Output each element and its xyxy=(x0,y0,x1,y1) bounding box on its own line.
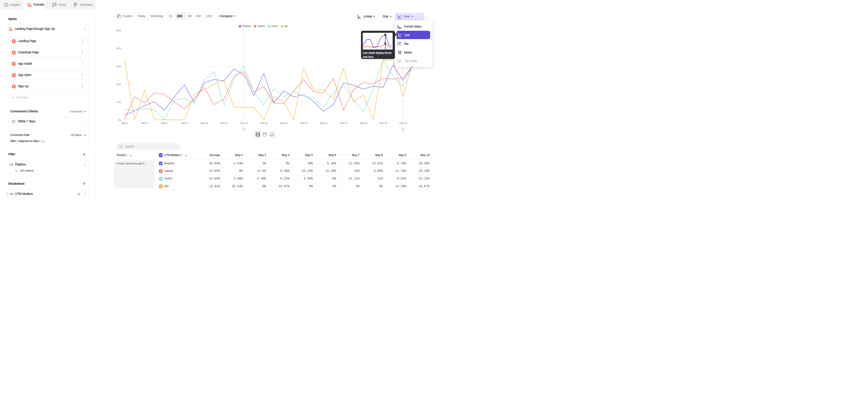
svg-text:50%: 50% xyxy=(116,29,121,32)
svg-text:May 22: May 22 xyxy=(320,122,327,124)
svg-text:May 12: May 12 xyxy=(220,122,228,124)
svg-text:30%: 30% xyxy=(116,65,121,68)
svg-text:20%: 20% xyxy=(116,83,121,86)
svg-text:May 2: May 2 xyxy=(122,122,128,124)
svg-text:May 4: May 4 xyxy=(142,122,148,124)
svg-text:10%: 10% xyxy=(116,101,121,103)
svg-text:May 24: May 24 xyxy=(340,122,347,124)
svg-text:0%: 0% xyxy=(118,119,121,121)
svg-text:May 14: May 14 xyxy=(240,122,248,124)
svg-text:May 30: May 30 xyxy=(399,122,407,124)
svg-text:May 26: May 26 xyxy=(360,122,367,124)
svg-text:May 10: May 10 xyxy=(200,122,208,124)
svg-text:May 18: May 18 xyxy=(280,122,287,124)
svg-text:May 16: May 16 xyxy=(260,122,268,124)
svg-text:May 6: May 6 xyxy=(161,122,168,124)
svg-text:May 28: May 28 xyxy=(379,122,387,124)
svg-text:40%: 40% xyxy=(116,47,121,50)
svg-text:May 8: May 8 xyxy=(181,122,188,124)
svg-text:May 20: May 20 xyxy=(300,122,307,124)
